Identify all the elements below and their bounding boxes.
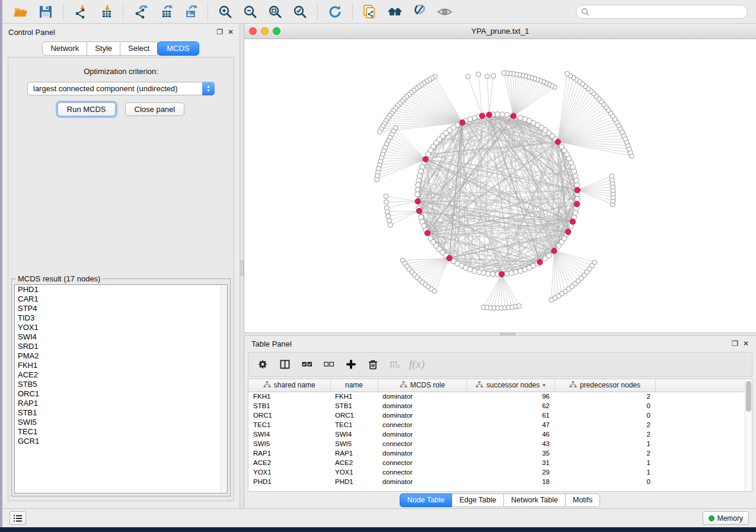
mcds-result-item[interactable]: SWI4 [15, 332, 227, 342]
table-row[interactable]: SWI4SWI4dominator462 [248, 430, 747, 439]
delete-table-icon [386, 355, 404, 373]
column-header-filler[interactable] [655, 379, 747, 392]
dropdown-stepper-icon: ▲▼ [202, 82, 215, 95]
unselect-all-icon[interactable] [320, 355, 338, 373]
result-list-scrollbar[interactable] [221, 285, 227, 493]
add-icon[interactable] [342, 355, 360, 373]
mcds-result-item[interactable]: YOX1 [15, 323, 227, 332]
vertical-splitter[interactable] [240, 24, 244, 508]
network-view-window: YPA_prune.txt_1 [244, 24, 756, 332]
node-attribute-icon [400, 381, 407, 390]
toolbar-separator [317, 4, 318, 20]
mcds-result-item[interactable]: CAR1 [15, 294, 227, 304]
zoom-fit-icon[interactable] [265, 3, 285, 21]
tab-style[interactable]: Style [87, 41, 120, 56]
open-icon[interactable] [11, 3, 31, 21]
float-panel-icon[interactable]: ❐ [216, 28, 223, 36]
close-panel-button[interactable]: Close panel [125, 102, 185, 116]
memory-label: Memory [717, 514, 743, 523]
mcds-result-item[interactable]: GCR1 [15, 437, 227, 446]
close-panel-icon[interactable]: ✕ [228, 28, 234, 36]
node-table: shared namenameMCDS rolesuccessor nodes▾… [248, 379, 752, 492]
houses-icon[interactable] [385, 3, 405, 21]
column-header-name[interactable]: name [330, 379, 378, 392]
table-row[interactable]: SWI5SWI5connector431 [248, 439, 747, 448]
zoom-out-icon[interactable] [240, 3, 260, 21]
close-table-panel-icon[interactable]: ✕ [743, 340, 749, 347]
zoom-in-icon[interactable] [215, 3, 235, 21]
optimization-criterion-dropdown[interactable]: largest connected component (undirected)… [27, 82, 215, 95]
search-input[interactable] [589, 8, 742, 16]
gear-icon[interactable] [254, 355, 272, 373]
memory-button[interactable]: Memory [703, 511, 749, 525]
table-row[interactable]: TEC1TEC1connector472 [248, 420, 747, 430]
tab-node-table[interactable]: Node Table [400, 493, 452, 507]
tab-network-table[interactable]: Network Table [503, 493, 566, 507]
search-box[interactable] [576, 5, 748, 19]
float-table-panel-icon[interactable]: ❐ [732, 340, 738, 347]
tab-network[interactable]: Network [42, 41, 87, 56]
toolbar-separator [63, 4, 63, 20]
import-network-icon[interactable] [71, 3, 91, 21]
tab-edge-table[interactable]: Edge Table [452, 493, 504, 507]
export-network-icon[interactable] [130, 3, 151, 21]
main-area: Control Panel ❐ ✕ NetworkStyleSelectMCDS… [2, 24, 756, 508]
network-canvas[interactable] [244, 39, 756, 332]
mcds-result-item[interactable]: ACE2 [15, 370, 227, 380]
table-row[interactable]: PHD1PHD1dominator180 [248, 477, 747, 486]
network-graph[interactable] [244, 39, 756, 332]
hide-details-icon[interactable] [410, 3, 430, 21]
table-row[interactable]: ACE2ACE2connector311 [248, 458, 747, 467]
tab-mcds[interactable]: MCDS [157, 41, 199, 56]
node-attribute-icon [263, 381, 271, 390]
table-row[interactable]: FKH1FKH1dominator962 [248, 392, 747, 401]
run-mcds-button[interactable]: Run MCDS [58, 102, 116, 116]
mcds-result-item[interactable]: ORC1 [15, 389, 227, 399]
mcds-result-item[interactable]: TID3 [15, 313, 227, 323]
node-attribute-icon [569, 381, 577, 390]
tab-motifs[interactable]: Motifs [565, 493, 600, 507]
export-image-icon[interactable] [180, 3, 200, 21]
import-table-icon[interactable] [95, 3, 116, 21]
mcds-result-list[interactable]: PHD1CAR1STP4TID3YOX1SWI4SRD1PMA2FKH1ACE2… [14, 284, 228, 493]
columns-icon[interactable] [276, 355, 294, 373]
task-history-button[interactable] [9, 511, 26, 525]
horizontal-splitter[interactable] [244, 332, 756, 336]
column-header-successor-nodes[interactable]: successor nodes▾ [467, 379, 554, 392]
show-eye-icon[interactable] [435, 3, 455, 21]
table-toolbar: f(x) [248, 352, 752, 377]
mcds-result-item[interactable]: STP4 [15, 304, 227, 313]
table-row[interactable]: STB1STB1dominator620 [248, 401, 747, 411]
cytoscape-window: Control Panel ❐ ✕ NetworkStyleSelectMCDS… [2, 0, 756, 527]
mcds-result-item[interactable]: SWI5 [15, 418, 227, 427]
mcds-result-item[interactable]: TEC1 [15, 427, 227, 437]
column-header-shared-name[interactable]: shared name [248, 379, 330, 392]
table-scrollbar-thumb[interactable] [746, 381, 751, 412]
mcds-result-title: MCDS result (17 nodes) [16, 274, 102, 283]
mcds-result-item[interactable]: SRD1 [15, 342, 227, 351]
mcds-result-item[interactable]: STB5 [15, 380, 227, 389]
mcds-result-item[interactable]: PMA2 [15, 351, 227, 361]
export-table-icon[interactable] [155, 3, 176, 21]
mcds-result-item[interactable]: STB1 [15, 408, 227, 418]
trash-icon[interactable] [364, 355, 382, 373]
horizontal-splitter-handle[interactable] [500, 333, 515, 335]
zoom-selected-icon[interactable] [290, 3, 310, 21]
table-row[interactable]: YOX1YOX1connector291 [248, 467, 747, 477]
tab-select[interactable]: Select [120, 41, 158, 56]
refresh-icon[interactable] [325, 3, 345, 21]
toolbar-separator [123, 4, 123, 20]
select-all-icon[interactable] [298, 355, 316, 373]
save-icon[interactable] [36, 3, 56, 21]
table-row[interactable]: RAP1RAP1dominator352 [248, 448, 747, 458]
column-header-predecessor-nodes[interactable]: predecessor nodes [554, 379, 655, 392]
table-row[interactable]: ORC1ORC1dominator610 [248, 411, 747, 420]
column-header-MCDS-role[interactable]: MCDS role [378, 379, 467, 392]
search-icon [581, 8, 589, 16]
mcds-result-item[interactable]: RAP1 [15, 399, 227, 408]
table-scrollbar[interactable] [745, 379, 752, 491]
vertical-splitter-handle[interactable] [241, 261, 244, 276]
clone-network-icon[interactable] [360, 3, 380, 21]
mcds-result-item[interactable]: FKH1 [15, 361, 227, 370]
mcds-result-item[interactable]: PHD1 [15, 285, 227, 294]
